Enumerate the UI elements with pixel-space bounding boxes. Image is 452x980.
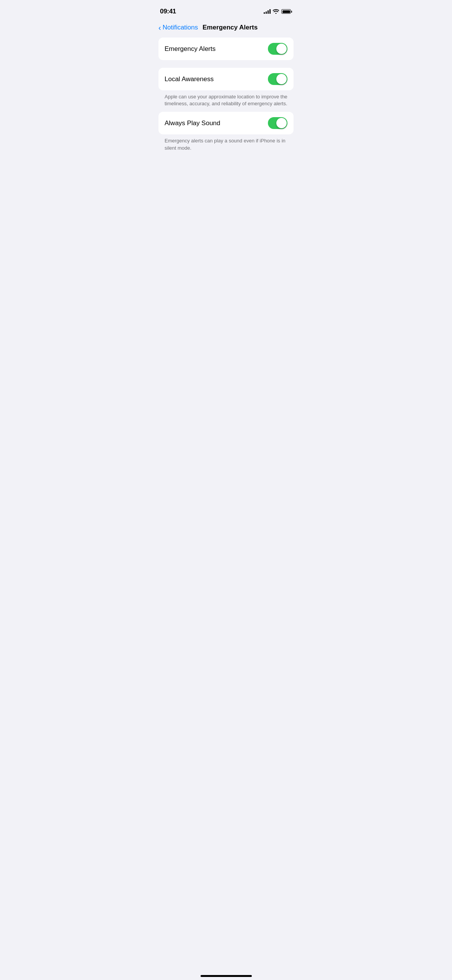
settings-card-2: Local Awareness [158,68,294,90]
content: Emergency Alerts Local Awareness Apple c… [151,38,301,156]
battery-icon [281,9,292,14]
page-title: Emergency Alerts [202,24,258,31]
local-awareness-toggle[interactable] [268,73,287,85]
always-play-sound-row: Always Play Sound [158,112,294,134]
always-play-sound-description: Emergency alerts can play a sound even i… [158,134,294,156]
settings-group-1: Emergency Alerts [158,38,294,60]
always-play-sound-label: Always Play Sound [165,119,220,127]
status-bar: 09:41 [151,0,301,21]
local-awareness-label: Local Awareness [165,75,214,83]
settings-group-2: Local Awareness Apple can use your appro… [158,68,294,156]
toggle-knob-2 [276,74,287,84]
local-awareness-description: Apple can use your approximate location … [158,90,294,112]
nav-header: ‹ Notifications Emergency Alerts [151,21,301,38]
emergency-alerts-row: Emergency Alerts [158,38,294,60]
emergency-alerts-label: Emergency Alerts [165,45,215,53]
toggle-knob-3 [276,118,287,128]
back-label[interactable]: Notifications [163,24,198,31]
status-time: 09:41 [160,8,176,15]
signal-icon [264,9,271,14]
settings-card-3: Always Play Sound [158,112,294,134]
local-awareness-row: Local Awareness [158,68,294,90]
chevron-left-icon: ‹ [158,24,161,31]
status-icons [264,9,292,14]
wifi-icon [273,9,279,14]
always-play-sound-toggle[interactable] [268,117,287,129]
emergency-alerts-toggle[interactable] [268,43,287,55]
back-button[interactable]: ‹ Notifications [158,24,198,31]
settings-card-1: Emergency Alerts [158,38,294,60]
toggle-knob [276,44,287,54]
